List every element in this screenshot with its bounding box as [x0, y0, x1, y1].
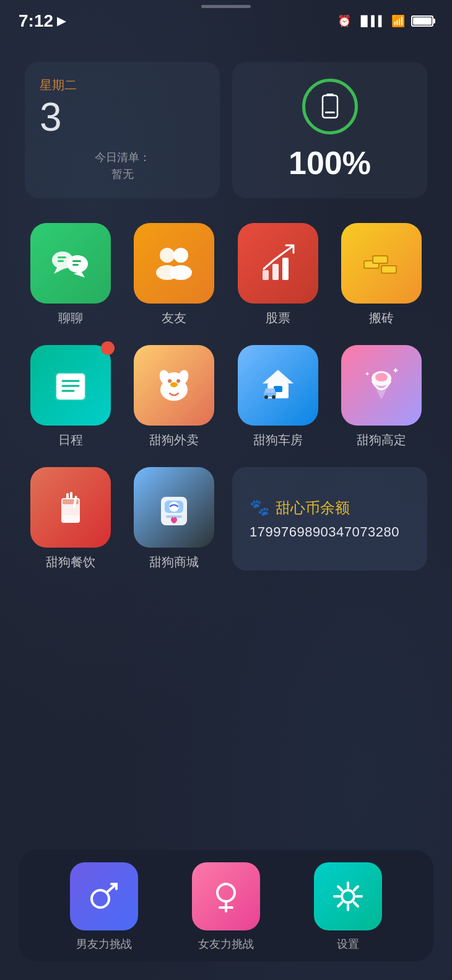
male-symbol-icon: [87, 879, 121, 914]
app-richeng[interactable]: 日程: [25, 345, 116, 448]
app-label-richeng: 日程: [58, 432, 83, 448]
app-icon-youyou: [134, 223, 214, 304]
stocks-icon: [256, 242, 300, 285]
dock-icon-settings: [314, 862, 382, 930]
svg-line-72: [338, 903, 342, 906]
app-label-chefang: 甜狗车房: [253, 432, 303, 448]
svg-rect-1: [326, 94, 334, 96]
svg-rect-16: [272, 264, 279, 280]
svg-point-35: [170, 382, 178, 387]
time-display: 7:12: [19, 11, 53, 31]
signal-icon: ▐▌▌▌: [357, 15, 385, 27]
svg-line-70: [354, 903, 358, 906]
battery-widget[interactable]: 100%: [232, 62, 427, 198]
bottom-dock: 男友力挑战 女友力挑战: [19, 850, 433, 961]
coin-title-text: 甜心币余额: [276, 498, 350, 518]
house-car-icon: [256, 364, 300, 407]
app-label-banzhuan: 搬砖: [369, 310, 394, 326]
svg-rect-15: [263, 270, 269, 280]
alarm-icon: ⏰: [337, 14, 351, 28]
svg-text:✦: ✦: [365, 370, 370, 377]
svg-point-41: [264, 395, 268, 399]
female-symbol-icon: [209, 879, 243, 914]
svg-line-71: [354, 886, 358, 890]
status-bar: 7:12 ▶ ⏰ ▐▌▌▌ 📶: [0, 0, 452, 37]
gold-icon: [360, 242, 403, 285]
svg-rect-10: [72, 264, 79, 266]
dock-item-female[interactable]: 女友力挑战: [192, 862, 260, 952]
schedule-icon: [49, 364, 92, 407]
svg-point-14: [170, 265, 192, 280]
dock-icon-male: [70, 862, 138, 930]
svg-rect-40: [265, 388, 275, 393]
svg-point-33: [168, 379, 172, 383]
svg-marker-36: [263, 370, 293, 383]
coin-amount: 17997698903470​73280: [250, 524, 410, 540]
calendar-widget[interactable]: 星期二 3 今日清单：暂无: [25, 62, 220, 198]
app-label-gaoding: 甜狗高定: [357, 432, 406, 448]
svg-point-42: [272, 395, 276, 399]
svg-point-11: [160, 248, 175, 263]
svg-rect-7: [58, 256, 66, 258]
day-number: 3: [40, 97, 205, 137]
app-chefang[interactable]: 甜狗车房: [232, 345, 324, 448]
svg-rect-9: [72, 260, 81, 262]
dock-item-male[interactable]: 男友力挑战: [70, 862, 138, 952]
dock-label-male: 男友力挑战: [76, 937, 132, 952]
svg-text:✦: ✦: [392, 365, 399, 375]
location-icon: ▶: [57, 14, 66, 28]
status-icons: ⏰ ▐▌▌▌ 📶: [337, 14, 433, 28]
chat-icon: [49, 242, 92, 285]
app-liaolio[interactable]: 聊聊: [25, 223, 116, 326]
drink-icon: [49, 486, 92, 529]
battery-icon: [411, 15, 433, 27]
svg-point-64: [342, 890, 354, 903]
dock-item-settings[interactable]: 设置: [314, 862, 382, 952]
app-canting[interactable]: 甜狗餐饮: [25, 467, 116, 571]
svg-point-34: [176, 379, 180, 383]
svg-rect-50: [70, 492, 72, 499]
app-icon-gaoding: ✦ ✦: [341, 345, 422, 426]
app-icon-waimai: [134, 345, 214, 426]
app-shangcheng[interactable]: 甜狗商城: [129, 467, 220, 571]
settings-icon: [331, 879, 365, 914]
todo-label: 今日清单：暂无: [40, 149, 205, 183]
status-time: 7:12 ▶: [19, 11, 66, 31]
coin-title: 🐾 甜心币余额: [250, 498, 410, 518]
battery-circle: [302, 79, 358, 134]
svg-rect-23: [382, 266, 396, 273]
svg-rect-2: [325, 112, 335, 113]
app-icon-chefang: [238, 345, 318, 426]
svg-rect-0: [323, 95, 337, 118]
widgets-area: 星期二 3 今日清单：暂无 100%: [0, 37, 452, 217]
app-icon-canting: [30, 467, 111, 548]
phone-icon: [316, 93, 344, 120]
jewelry-icon: ✦ ✦: [360, 364, 403, 407]
app-grid: 聊聊 友友 股票: [0, 217, 452, 589]
app-label-gupiao: 股票: [266, 310, 290, 326]
svg-rect-51: [61, 515, 80, 523]
app-label-canting: 甜狗餐饮: [46, 554, 95, 571]
svg-rect-21: [373, 256, 387, 263]
dog-icon: [152, 364, 196, 407]
svg-rect-49: [66, 493, 69, 499]
app-youyou[interactable]: 友友: [129, 223, 220, 326]
day-label: 星期二: [40, 77, 205, 94]
app-gupiao[interactable]: 股票: [232, 223, 324, 326]
wifi-icon: 📶: [391, 14, 405, 28]
app-waimai[interactable]: 甜狗外卖: [129, 345, 220, 448]
app-banzhuan[interactable]: 搬砖: [336, 223, 428, 326]
svg-rect-56: [166, 515, 182, 518]
battery-percent: 100%: [289, 144, 371, 182]
app-gaoding[interactable]: ✦ ✦ 甜狗高定: [336, 345, 428, 448]
svg-line-69: [338, 886, 342, 890]
app-icon-gupiao: [238, 223, 318, 304]
notification-badge: [101, 341, 115, 355]
app-label-waimai: 甜狗外卖: [149, 432, 199, 448]
coin-widget[interactable]: 🐾 甜心币余额 17997698903470​73280: [232, 467, 427, 571]
svg-line-58: [106, 884, 116, 893]
app-label-shangcheng: 甜狗商城: [149, 554, 199, 571]
friends-icon: [152, 242, 196, 285]
shop-icon: [152, 486, 196, 529]
svg-point-61: [217, 884, 235, 901]
